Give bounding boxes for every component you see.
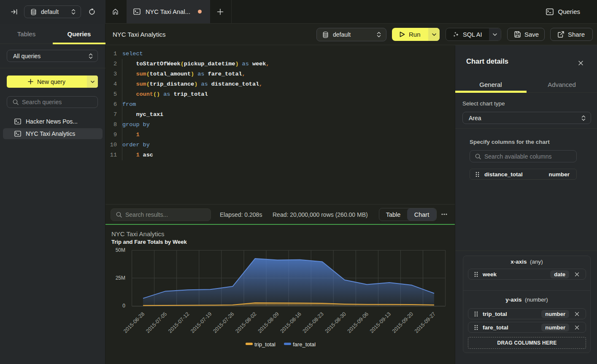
svg-text:2015-09-13: 2015-09-13 — [369, 311, 392, 334]
svg-text:2015-09-20: 2015-09-20 — [391, 311, 414, 334]
svg-text:50M: 50M — [116, 247, 125, 253]
svg-text:fare_total: fare_total — [293, 341, 316, 348]
svg-text:25M: 25M — [116, 275, 125, 281]
svg-text:2015-09-06: 2015-09-06 — [346, 311, 370, 334]
svg-text:2015-07-19: 2015-07-19 — [189, 311, 213, 334]
svg-text:2015-08-16: 2015-08-16 — [279, 311, 303, 334]
svg-text:2015-08-30: 2015-08-30 — [324, 311, 347, 334]
svg-text:2015-08-23: 2015-08-23 — [302, 311, 325, 334]
svg-text:2015-08-09: 2015-08-09 — [257, 311, 280, 334]
svg-text:trip_total: trip_total — [254, 341, 276, 348]
svg-text:2015-08-02: 2015-08-02 — [235, 311, 258, 334]
svg-text:2015-07-26: 2015-07-26 — [212, 311, 235, 334]
svg-text:0: 0 — [122, 303, 125, 309]
svg-text:2015-09-27: 2015-09-27 — [413, 311, 437, 334]
svg-text:2015-07-12: 2015-07-12 — [167, 311, 190, 334]
svg-text:2015-07-05: 2015-07-05 — [145, 311, 168, 334]
svg-text:2015-06-28: 2015-06-28 — [122, 311, 146, 334]
